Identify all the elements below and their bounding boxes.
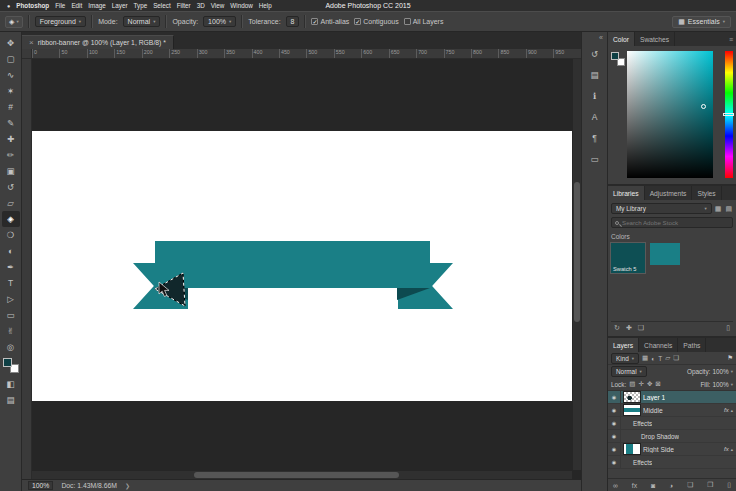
eyedropper-tool[interactable]: ✎ bbox=[2, 115, 20, 131]
filter-toggle-icon[interactable]: ⚑ bbox=[727, 354, 733, 362]
tab-channels[interactable]: Channels bbox=[639, 338, 678, 352]
crop-tool[interactable]: # bbox=[2, 99, 20, 115]
menu-select[interactable]: Select bbox=[153, 2, 171, 9]
visibility-eye-icon[interactable]: ◉ bbox=[608, 443, 621, 455]
history-panel-icon[interactable]: ↺ bbox=[586, 46, 604, 62]
fill-value[interactable]: 100% bbox=[712, 381, 728, 388]
info-panel-icon[interactable]: ℹ bbox=[586, 88, 604, 104]
saturation-brightness-picker[interactable] bbox=[627, 51, 713, 178]
eraser-tool[interactable]: ▱ bbox=[2, 195, 20, 211]
link-layers-icon[interactable]: ∞ bbox=[613, 482, 618, 489]
hand-tool[interactable]: ✌ bbox=[2, 323, 20, 339]
filter-pixel-layers-icon[interactable]: ▦ bbox=[642, 354, 648, 362]
panel-menu-icon[interactable]: ≡ bbox=[726, 32, 736, 46]
properties-panel-icon[interactable]: ▤ bbox=[586, 67, 604, 83]
tab-adjustments[interactable]: Adjustments bbox=[645, 186, 693, 200]
menu-layer[interactable]: Layer bbox=[112, 2, 128, 9]
foreground-color-swatch[interactable] bbox=[611, 52, 619, 60]
menu-filter[interactable]: Filter bbox=[177, 2, 191, 9]
library-select[interactable]: My Library ▾ bbox=[611, 203, 712, 214]
path-selection-tool[interactable]: ▷ bbox=[2, 291, 20, 307]
menu-file[interactable]: File bbox=[55, 2, 65, 9]
horizontal-scrollbar-thumb[interactable] bbox=[194, 472, 399, 478]
character-panel-icon[interactable]: A bbox=[586, 109, 604, 125]
layer-thumbnail[interactable] bbox=[624, 392, 640, 402]
effects-row[interactable]: ◉ Effects bbox=[608, 417, 736, 430]
layer-row-layer-1[interactable]: ◉ Layer 1 bbox=[608, 391, 736, 404]
color-picker-marker[interactable] bbox=[701, 104, 706, 109]
apple-menu-icon[interactable]: ● bbox=[7, 3, 10, 9]
contiguous-checkbox[interactable]: ✓ Contiguous bbox=[354, 18, 398, 25]
tab-styles[interactable]: Styles bbox=[692, 186, 721, 200]
mode-select[interactable]: Normal ▾ bbox=[123, 16, 161, 27]
lock-transparency-icon[interactable]: ▨ bbox=[629, 380, 635, 388]
blend-mode-select[interactable]: Normal ▾ bbox=[611, 366, 647, 377]
lock-all-icon[interactable]: ⊠ bbox=[655, 380, 660, 388]
menu-3d[interactable]: 3D bbox=[197, 2, 205, 9]
lock-position-icon[interactable]: ✥ bbox=[647, 380, 652, 388]
fill-source-select[interactable]: Foreground ▾ bbox=[35, 16, 86, 27]
foreground-color-swatch[interactable] bbox=[3, 358, 12, 367]
marquee-tool[interactable]: ▢ bbox=[2, 51, 20, 67]
adjustment-layer-icon[interactable]: ◑ bbox=[669, 482, 673, 489]
foreground-background-swatches[interactable] bbox=[3, 358, 19, 373]
delete-item-icon[interactable]: ▯ bbox=[726, 324, 730, 332]
tab-libraries[interactable]: Libraries bbox=[608, 186, 645, 200]
add-content-icon[interactable]: ✚ bbox=[626, 324, 632, 332]
menu-help[interactable]: Help bbox=[259, 2, 272, 9]
menu-type[interactable]: Type bbox=[134, 2, 148, 9]
search-input[interactable] bbox=[622, 219, 729, 226]
library-swatch-5[interactable]: Swatch 5 bbox=[611, 243, 645, 273]
hue-slider[interactable] bbox=[725, 51, 733, 178]
grid-view-icon[interactable]: ▦ bbox=[714, 205, 723, 213]
workspace-switcher[interactable]: ▦ Essentials ▾ bbox=[672, 16, 731, 28]
healing-brush-tool[interactable]: ✚ bbox=[2, 131, 20, 147]
tab-swatches[interactable]: Swatches bbox=[635, 32, 675, 46]
filter-type-layers-icon[interactable]: T bbox=[658, 355, 662, 362]
quick-mask-button[interactable]: ◧ bbox=[2, 376, 20, 392]
menu-image[interactable]: Image bbox=[88, 2, 106, 9]
lasso-tool[interactable]: ∿ bbox=[2, 67, 20, 83]
canvas[interactable]: 0 50 100 150 200 250 300 350 400 450 500… bbox=[22, 49, 581, 479]
search-box[interactable] bbox=[611, 217, 733, 228]
layer-style-icon[interactable]: fx bbox=[632, 482, 637, 489]
menu-edit[interactable]: Edit bbox=[71, 2, 82, 9]
horizontal-scrollbar[interactable] bbox=[32, 470, 572, 479]
add-mask-icon[interactable]: ◙ bbox=[651, 482, 655, 489]
dodge-tool[interactable]: ◐ bbox=[2, 243, 20, 259]
new-layer-icon[interactable]: ❐ bbox=[707, 481, 713, 489]
brush-tool[interactable]: ✏ bbox=[2, 147, 20, 163]
device-preview-panel-icon[interactable]: ▭ bbox=[586, 151, 604, 167]
hue-slider-marker[interactable] bbox=[723, 113, 734, 116]
layer-thumbnail[interactable] bbox=[624, 405, 640, 415]
menu-view[interactable]: View bbox=[211, 2, 225, 9]
visibility-eye-icon[interactable]: ◉ bbox=[608, 391, 621, 403]
filter-smart-objects-icon[interactable]: ❏ bbox=[673, 354, 679, 362]
layer-row-middle[interactable]: ◉ Middle fx ▴ bbox=[608, 404, 736, 417]
visibility-eye-icon[interactable]: ◉ bbox=[608, 430, 621, 442]
magic-wand-tool[interactable]: ✶ bbox=[2, 83, 20, 99]
history-brush-tool[interactable]: ↺ bbox=[2, 179, 20, 195]
color-panel-fg-bg-swatches[interactable] bbox=[611, 52, 625, 66]
layer-filter-select[interactable]: Kind ▾ bbox=[611, 353, 639, 364]
all-layers-checkbox[interactable]: All Layers bbox=[404, 18, 444, 25]
visibility-eye-icon[interactable]: ◉ bbox=[608, 404, 621, 416]
close-tab-icon[interactable]: × bbox=[29, 38, 34, 47]
visibility-eye-icon[interactable]: ◉ bbox=[608, 456, 621, 468]
zoom-tool[interactable]: ◎ bbox=[2, 339, 20, 355]
library-swatch-6[interactable] bbox=[650, 243, 680, 265]
tab-layers[interactable]: Layers bbox=[608, 338, 639, 352]
vertical-scrollbar[interactable] bbox=[572, 59, 581, 470]
menu-window[interactable]: Window bbox=[230, 2, 252, 9]
collapse-effects-icon[interactable]: ▴ bbox=[729, 447, 736, 452]
document-tab[interactable]: × ribbon-banner @ 100% (Layer 1, RGB/8) … bbox=[22, 35, 174, 49]
drop-shadow-row[interactable]: ◉ Drop Shadow bbox=[608, 430, 736, 443]
menu-photoshop[interactable]: Photoshop bbox=[16, 2, 49, 9]
new-group-icon[interactable]: ❏ bbox=[687, 481, 693, 489]
list-view-icon[interactable]: ▤ bbox=[724, 205, 733, 213]
paint-bucket-tool[interactable]: ◈ bbox=[2, 211, 20, 227]
anti-alias-checkbox[interactable]: ✓ Anti-alias bbox=[311, 18, 349, 25]
visibility-eye-icon[interactable]: ◉ bbox=[608, 417, 621, 429]
paragraph-panel-icon[interactable]: ¶ bbox=[586, 130, 604, 146]
tab-paths[interactable]: Paths bbox=[678, 338, 706, 352]
